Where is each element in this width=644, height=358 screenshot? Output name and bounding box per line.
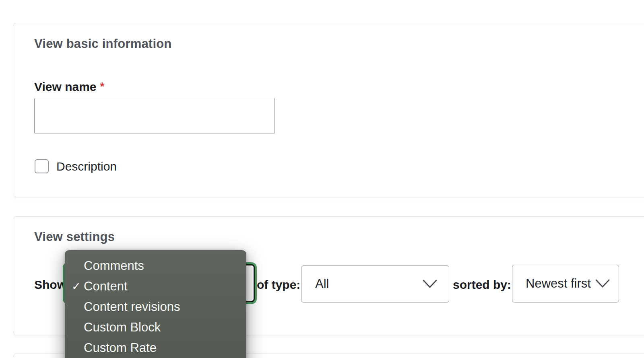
menu-option-comments[interactable]: Comments	[65, 255, 246, 276]
menu-option-custom-block[interactable]: Custom Block	[65, 317, 246, 337]
type-select-value: All	[315, 277, 329, 291]
basic-information-heading: View basic information	[34, 37, 171, 51]
chevron-down-icon	[422, 279, 438, 289]
show-select-open-menu: Comments✓ContentContent revisionsCustom …	[65, 250, 246, 358]
type-select[interactable]: All	[301, 265, 449, 302]
description-checkbox[interactable]	[35, 159, 49, 173]
menu-option-custom-rate[interactable]: Custom Rate	[65, 337, 246, 358]
view-name-label: View name*	[34, 80, 104, 94]
view-basic-information-card: View basic information View name* Descri…	[14, 23, 644, 197]
chevron-down-icon	[595, 279, 610, 288]
sorted-by-label: sorted by:	[453, 278, 511, 292]
description-checkbox-label[interactable]: Description	[56, 160, 117, 173]
views-add-page: View basic information View name* Descri…	[0, 0, 644, 358]
menu-option-label: Custom Block	[84, 320, 161, 335]
menu-option-content[interactable]: ✓Content	[65, 276, 246, 296]
show-label: Show	[34, 278, 66, 292]
menu-option-label: Content revisions	[84, 300, 180, 314]
required-marker: *	[100, 80, 105, 93]
checkmark-icon: ✓	[72, 280, 84, 293]
menu-option-label: Comments	[84, 259, 144, 273]
view-settings-heading: View settings	[34, 230, 115, 244]
menu-option-content-revisions[interactable]: Content revisions	[65, 296, 246, 317]
description-checkbox-row: Description	[35, 159, 117, 173]
of-type-label: of type:	[257, 278, 300, 292]
menu-option-label: Custom Rate	[84, 341, 157, 355]
sort-select-value: Newest first	[526, 276, 591, 291]
view-name-input[interactable]	[34, 98, 275, 134]
sort-select[interactable]: Newest first	[512, 265, 619, 302]
menu-option-label: Content	[84, 279, 128, 294]
